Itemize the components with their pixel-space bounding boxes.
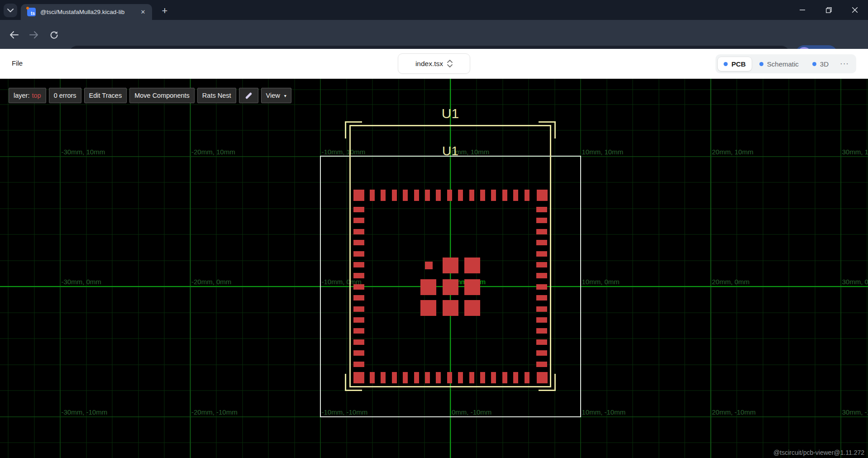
grid-label: 10mm, -10mm <box>582 408 626 416</box>
courtyard-corner-tr <box>539 121 556 138</box>
move-components-button[interactable]: Move Components <box>129 88 195 103</box>
grid-label: 20mm, 10mm <box>712 148 754 156</box>
pcb-pad <box>353 273 364 278</box>
pcb-pad <box>458 190 463 201</box>
pcb-pad <box>436 190 441 201</box>
pcb-pad <box>353 295 364 301</box>
edit-silkscreen-button[interactable] <box>239 88 258 103</box>
window-minimize-button[interactable] <box>789 0 816 20</box>
pcb-pad <box>353 251 364 257</box>
pcb-canvas[interactable]: layer:top 0 errors Edit Traces Move Comp… <box>0 79 868 458</box>
pcb-pad <box>353 328 364 334</box>
pcb-pad <box>469 372 474 383</box>
pcb-pad <box>353 207 364 212</box>
forward-button[interactable] <box>29 30 39 40</box>
pcb-pad <box>381 190 386 201</box>
pcb-pad <box>469 190 474 201</box>
pcb-pad <box>370 190 375 201</box>
pcb-pad <box>420 300 436 316</box>
pcb-pad <box>537 190 548 201</box>
pcb-pad <box>536 240 547 245</box>
pcb-pad <box>491 372 496 383</box>
pcb-pad <box>525 372 529 383</box>
file-selector-dropdown[interactable]: index.tsx <box>398 53 470 74</box>
pcb-pad <box>392 190 397 201</box>
tab-schematic[interactable]: Schematic <box>754 57 805 71</box>
pcb-pad <box>353 350 364 356</box>
pcb-pad <box>420 279 436 295</box>
pcb-pad <box>536 218 547 223</box>
pcb-pad <box>536 328 547 334</box>
pcb-pad <box>443 279 458 295</box>
pcb-pad <box>353 284 364 290</box>
component-courtyard <box>349 125 551 387</box>
grid-label: 30mm, 10mm <box>842 148 868 156</box>
pcb-pad <box>392 372 397 383</box>
layer-button[interactable]: layer:top <box>9 88 46 103</box>
grid-label: -30mm, 0mm <box>62 278 101 286</box>
pcb-pad <box>353 218 364 223</box>
pcb-pad <box>513 372 518 383</box>
tab-close-icon[interactable]: ✕ <box>138 8 148 17</box>
new-tab-button[interactable]: + <box>158 5 171 17</box>
pcb-pad <box>536 362 547 367</box>
pcb-pad <box>464 300 480 316</box>
grid-label: 30mm, -10mm <box>842 408 868 416</box>
grid-label: 20mm, -10mm <box>712 408 756 416</box>
threed-dot-icon <box>812 62 816 66</box>
pcb-pad <box>403 372 408 383</box>
pcb-pad <box>536 229 547 234</box>
rats-nest-button[interactable]: Rats Nest <box>197 88 236 103</box>
pcb-dot-icon <box>724 62 728 66</box>
pcb-pad <box>536 207 547 212</box>
browser-tab-strip: ts @tsci/MustafaMulla29.kicad-lib ✕ + <box>0 0 868 20</box>
pcb-pad <box>513 190 518 201</box>
pcb-pad <box>436 372 441 383</box>
pcb-toolbar: layer:top 0 errors Edit Traces Move Comp… <box>9 88 291 103</box>
tab-pcb[interactable]: PCB <box>718 57 752 71</box>
reload-button[interactable] <box>49 30 59 40</box>
file-menu[interactable]: File <box>12 59 23 67</box>
view-menu-button[interactable]: View▾ <box>261 88 291 103</box>
component-reference-silkscreen: U1 <box>442 144 458 158</box>
caret-down-icon: ▾ <box>284 93 286 98</box>
errors-button[interactable]: 0 errors <box>49 88 81 103</box>
back-button[interactable] <box>9 30 19 40</box>
reload-icon <box>50 31 58 39</box>
pcb-pad <box>536 350 547 356</box>
pcb-pad <box>353 317 364 323</box>
browser-tab[interactable]: ts @tsci/MustafaMulla29.kicad-lib ✕ <box>21 4 152 20</box>
pcb-pad <box>480 190 485 201</box>
app-header: File index.tsx PCB Schematic 3D ··· <box>0 49 868 79</box>
pcb-pad <box>414 372 419 383</box>
view-overflow-button[interactable]: ··· <box>836 59 853 68</box>
pcb-pad <box>370 372 375 383</box>
pcb-pad <box>536 262 547 267</box>
pcb-pad <box>458 372 463 383</box>
window-close-button[interactable] <box>842 0 868 20</box>
grid-label: 10mm, 0mm <box>582 278 620 286</box>
pcb-pad <box>353 362 364 367</box>
tab-favicon-ts-icon: ts <box>27 8 36 16</box>
tab-3d[interactable]: 3D <box>806 57 835 71</box>
pcb-pad <box>425 262 433 269</box>
chevron-up-down-icon <box>447 60 453 67</box>
pcb-pad <box>443 300 458 316</box>
grid-label: -30mm, -10mm <box>62 408 108 416</box>
pcb-pad <box>353 262 364 267</box>
tab-title: @tsci/MustafaMulla29.kicad-lib <box>40 9 138 15</box>
window-restore-button[interactable] <box>816 0 842 20</box>
pcb-pad <box>536 273 547 278</box>
pcb-pad <box>536 306 547 312</box>
schematic-dot-icon <box>759 62 763 66</box>
forward-arrow-icon <box>29 31 38 38</box>
minimize-icon <box>800 7 805 13</box>
file-selector-value: index.tsx <box>415 60 443 68</box>
grid-label: 30mm, 0mm <box>842 278 868 286</box>
pcb-pad <box>353 229 364 234</box>
pcb-pad <box>480 372 485 383</box>
tab-search-button[interactable] <box>4 4 17 17</box>
viewer-version-label: @tscircuit/pcb-viewer@1.11.272 <box>773 449 864 456</box>
grid-label: -20mm, 10mm <box>191 148 235 156</box>
edit-traces-button[interactable]: Edit Traces <box>84 88 127 103</box>
